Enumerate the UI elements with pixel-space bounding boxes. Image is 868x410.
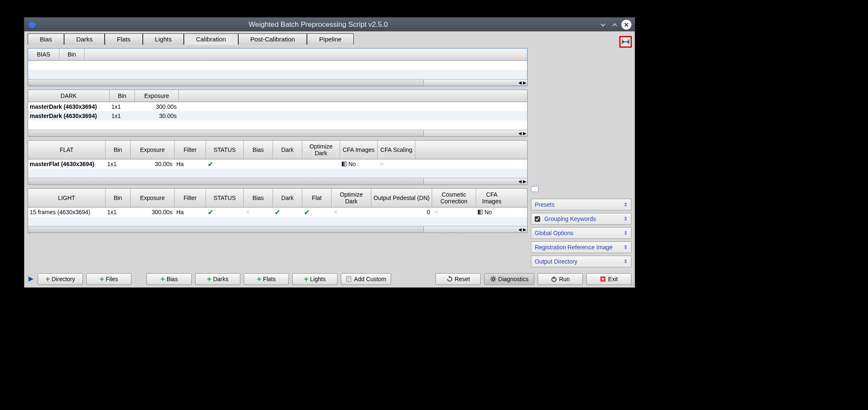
bias-button[interactable]: +Bias xyxy=(147,273,192,285)
expand-icon: ⇕ xyxy=(623,230,628,236)
light-panel: LIGHT Bin Exposure Filter STATUS Bias Da… xyxy=(28,188,528,233)
output-directory-section[interactable]: Output Directory⇕ xyxy=(531,256,631,267)
bias-panel: BIAS Bin ◀ ▶ xyxy=(28,48,528,86)
reset-icon xyxy=(446,276,453,282)
svg-marker-3 xyxy=(448,276,450,278)
light-header-filter: Filter xyxy=(175,189,206,207)
minimize-button[interactable] xyxy=(598,20,608,30)
apply-icon[interactable] xyxy=(28,276,34,282)
light-header-light: LIGHT xyxy=(28,189,106,207)
tab-bar: Bias Darks Flats Lights Calibration Post… xyxy=(28,33,354,45)
bias-empty-row xyxy=(28,61,527,70)
expand-icon: ⇕ xyxy=(623,244,628,250)
run-button[interactable]: Run xyxy=(538,273,583,285)
add-custom-button[interactable]: Add Custom xyxy=(341,273,391,285)
grouping-keywords-section[interactable]: Grouping Keywords ⇕ xyxy=(531,213,631,225)
global-options-section[interactable]: Global Options⇕ xyxy=(531,227,631,239)
flat-header-bias: Bias xyxy=(244,141,273,159)
expand-icon: ⇕ xyxy=(623,259,628,264)
light-header-exposure: Exposure xyxy=(131,189,175,207)
svg-point-8 xyxy=(633,282,634,283)
light-header-opt-dark: Optimize Dark xyxy=(332,189,371,207)
dark-header-bin: Bin xyxy=(110,90,135,102)
x-icon: ✕ xyxy=(245,209,250,215)
expand-panel-button[interactable] xyxy=(619,36,632,48)
light-header-cfa-images: CFA Images xyxy=(476,189,507,207)
light-header-bin: Bin xyxy=(106,189,131,207)
registration-reference-section[interactable]: Registration Reference Image⇕ xyxy=(531,241,631,253)
presets-section[interactable]: Presets⇕ xyxy=(531,199,631,210)
table-row[interactable]: masterDark (4630x3694) 1x1 30.00s xyxy=(28,111,527,120)
tab-post-calibration[interactable]: Post-Calibration xyxy=(238,33,307,45)
table-row[interactable]: 15 frames (4630x3694) 1x1 300.00s Ha ✔ ✕… xyxy=(28,208,527,217)
titlebar: Weighted Batch Preprocessing Script v2.5… xyxy=(24,18,635,31)
bias-scrollbar[interactable]: ◀ ▶ xyxy=(28,79,527,86)
flat-header-cfa-images: CFA Images xyxy=(340,141,378,159)
x-icon: ✕ xyxy=(434,209,439,215)
dark-scrollbar[interactable]: ◀ ▶ xyxy=(28,130,527,136)
files-button[interactable]: +Files xyxy=(86,273,131,285)
flat-panel: FLAT Bin Exposure Filter STATUS Bias Dar… xyxy=(28,140,528,185)
light-header-dark: Dark xyxy=(273,189,302,207)
resize-grip[interactable] xyxy=(629,282,634,287)
svg-marker-0 xyxy=(28,20,36,28)
flat-header-bin: Bin xyxy=(106,141,131,159)
svg-point-11 xyxy=(633,285,634,286)
flat-header-dark: Dark xyxy=(273,141,302,159)
flat-scrollbar[interactable]: ◀ ▶ xyxy=(28,178,527,184)
flat-header-exposure: Exposure xyxy=(131,141,175,159)
dark-header-dark: DARK xyxy=(28,90,110,102)
maximize-button[interactable] xyxy=(610,20,620,30)
flat-header-filter: Filter xyxy=(175,141,206,159)
dark-header-exposure: Exposure xyxy=(135,90,179,102)
tab-calibration[interactable]: Calibration xyxy=(184,33,238,45)
directory-button[interactable]: +Directory xyxy=(38,273,83,285)
reset-button[interactable]: Reset xyxy=(435,273,481,285)
flat-header-flat: FLAT xyxy=(28,141,106,159)
tab-bias[interactable]: Bias xyxy=(28,33,64,45)
svg-point-10 xyxy=(631,284,632,284)
table-row[interactable]: masterDark (4630x3694) 1x1 300.00s xyxy=(28,102,527,111)
tab-darks[interactable]: Darks xyxy=(64,33,105,45)
grouping-keywords-checkbox[interactable] xyxy=(535,216,540,222)
svg-point-9 xyxy=(633,284,634,284)
lights-button[interactable]: +Lights xyxy=(292,273,337,285)
expand-icon: ⇕ xyxy=(623,216,628,222)
bias-header-bias: BIAS xyxy=(28,49,59,60)
flat-header-opt-dark: Optimize Dark xyxy=(302,141,340,159)
gear-icon xyxy=(490,276,497,282)
check-icon: ✔ xyxy=(275,208,280,216)
comment-icon[interactable] xyxy=(531,186,538,192)
expand-icon: ⇕ xyxy=(623,202,628,208)
flats-button[interactable]: +Flats xyxy=(244,273,289,285)
plus-icon: + xyxy=(100,275,104,283)
svg-point-12 xyxy=(631,285,632,286)
window-title: Weighted Batch Preprocessing Script v2.5… xyxy=(40,20,596,29)
plus-icon: + xyxy=(257,275,262,283)
close-button[interactable] xyxy=(621,20,631,30)
light-header-flat: Flat xyxy=(302,189,332,207)
light-header-status: STATUS xyxy=(206,189,244,207)
table-row[interactable]: masterFlat (4630x3694) 1x1 30.00s Ha ✔ N… xyxy=(28,159,527,169)
check-icon: ✔ xyxy=(304,208,309,216)
plus-icon: + xyxy=(160,275,165,283)
flat-header-status: STATUS xyxy=(206,141,244,159)
bias-header-bin: Bin xyxy=(59,49,85,60)
diagnostics-button[interactable]: Diagnostics xyxy=(484,273,534,285)
light-scrollbar[interactable]: ◀ ▶ xyxy=(28,226,527,233)
power-icon xyxy=(551,276,557,282)
close-icon xyxy=(600,276,606,282)
svg-point-4 xyxy=(492,278,495,280)
plus-icon: + xyxy=(46,275,50,283)
exit-button[interactable]: Exit xyxy=(586,273,631,285)
dark-panel: DARK Bin Exposure masterDark (4630x3694)… xyxy=(28,90,528,137)
tab-pipeline[interactable]: Pipeline xyxy=(307,33,353,45)
darks-button[interactable]: +Darks xyxy=(195,273,240,285)
tab-lights[interactable]: Lights xyxy=(143,33,184,45)
x-icon: ✕ xyxy=(333,209,338,215)
side-panel: Presets⇕ Grouping Keywords ⇕ Global Opti… xyxy=(531,48,631,267)
check-icon: ✔ xyxy=(208,208,213,216)
tab-flats[interactable]: Flats xyxy=(105,33,143,45)
svg-marker-1 xyxy=(28,277,33,282)
light-header-pedestal: Output Pedestal (DN) xyxy=(371,189,432,207)
